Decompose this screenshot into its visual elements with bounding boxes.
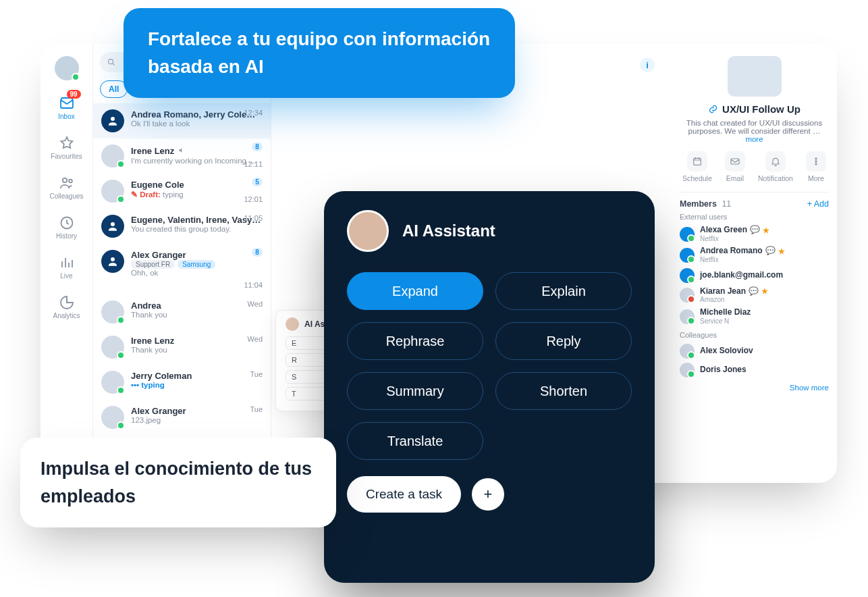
members-label: Members <box>680 199 717 209</box>
nav-label: Live <box>60 272 72 280</box>
conversation-item[interactable]: Alex Granger123.jpegTue <box>93 400 271 435</box>
team-avatar-icon <box>101 215 124 238</box>
star-icon: ★ <box>761 287 768 296</box>
chat-title: UX/UI Follow Up <box>722 103 801 115</box>
member-item[interactable]: Doris Jones <box>680 361 829 380</box>
nav-live[interactable]: Live <box>40 249 92 285</box>
conversation-item[interactable]: Jerry Coleman••• typingTue <box>93 365 271 400</box>
nav-favourites[interactable]: Favourites <box>40 130 92 165</box>
create-task-button[interactable]: Create a task <box>347 476 461 513</box>
nav-analytics[interactable]: Analytics <box>40 289 92 325</box>
team-avatar-icon <box>101 250 124 273</box>
conversation-name: Andrea Romano, Jerry Coleman <box>131 109 263 120</box>
conversation-name: Eugene Cole <box>131 180 184 190</box>
pill-translate[interactable]: Translate <box>347 422 483 460</box>
ai-assistant-card: AI Assistant Expand Explain Rephrase Rep… <box>324 191 655 583</box>
avatar-icon <box>680 363 695 378</box>
nav-inbox[interactable]: 99 Inbox <box>40 90 92 126</box>
conversation-time: 11:05 <box>244 214 263 222</box>
pill-expand[interactable]: Expand <box>347 272 483 310</box>
chat-cover-image <box>728 56 782 97</box>
pill-summary[interactable]: Summary <box>347 372 483 410</box>
member-org: Amazon <box>700 296 768 304</box>
nav-label: History <box>56 232 77 240</box>
svg-point-3 <box>109 59 113 64</box>
add-member[interactable]: + Add <box>807 199 829 209</box>
show-more[interactable]: Show more <box>680 384 829 392</box>
inbox-badge: 99 <box>67 90 81 99</box>
pill-explain[interactable]: Explain <box>495 272 632 310</box>
nav-label: Colleagues <box>49 192 83 200</box>
add-button[interactable]: + <box>472 478 504 511</box>
svg-rect-5 <box>731 159 739 164</box>
svg-point-6 <box>815 158 817 159</box>
action-more[interactable]: More <box>806 151 826 182</box>
conversation-item[interactable]: Andrea Romano, Jerry ColemanOk I'll take… <box>93 103 271 138</box>
avatar-icon <box>680 248 695 263</box>
svg-point-8 <box>815 163 817 165</box>
conversation-item[interactable]: Eugene Cole✎ Draft: typing512:01 <box>93 174 271 209</box>
chat-bubble-icon: 💬 <box>750 226 760 235</box>
conversation-item[interactable]: Alex GrangerSupport FRSamsungOhh, ok811:… <box>93 244 271 294</box>
peek-title: AI As <box>304 319 325 329</box>
avatar-icon <box>101 180 124 203</box>
unread-badge: 5 <box>252 178 263 186</box>
member-item[interactable]: Kiaran Jean💬★Amazon <box>680 285 829 306</box>
avatar-icon <box>680 268 695 283</box>
member-item[interactable]: Alexa Green💬★Netflix <box>680 224 829 244</box>
chat-bubble-icon: 💬 <box>765 246 776 256</box>
conversation-item[interactable]: Eugene, Valentin, Irene, Vasyly, E…You c… <box>93 209 271 244</box>
nav-label: Favourites <box>51 153 82 160</box>
pill-shorten[interactable]: Shorten <box>495 372 632 410</box>
avatar-icon <box>680 344 695 359</box>
callout-headline: Fortalece a tu equipo con información ba… <box>124 8 515 98</box>
link-icon <box>708 104 718 114</box>
conversation-item[interactable]: Irene LenzThank youWed <box>93 330 271 365</box>
conversation-preview: 123.jpeg <box>131 416 263 424</box>
side-nav: 99 Inbox Favourites Colleagues History L… <box>40 44 93 483</box>
conversation-preview: Thank you <box>131 346 263 354</box>
conversation-item[interactable]: AndreaThank youWed <box>93 294 271 330</box>
avatar-icon <box>286 317 299 331</box>
conversation-time: Wed <box>248 335 263 343</box>
chat-description: This chat created for UX/UI discussions … <box>681 119 828 143</box>
avatar-icon <box>101 336 124 359</box>
unread-badge: 8 <box>252 142 263 151</box>
conversation-name: Alex Granger <box>131 250 186 260</box>
conversation-name: Andrea <box>131 301 161 311</box>
muted-icon <box>178 145 186 157</box>
clock-icon <box>59 215 75 231</box>
conversation-name: Alex Granger <box>131 406 186 416</box>
pill-rephrase[interactable]: Rephrase <box>347 322 483 360</box>
member-item[interactable]: joe.blank@gmail.com <box>680 266 829 285</box>
action-notification[interactable]: Notification <box>758 151 793 182</box>
member-item[interactable]: Alex Soloviov <box>680 342 829 361</box>
desc-more[interactable]: more <box>745 135 763 143</box>
conversation-name: Irene Lenz <box>131 146 174 156</box>
colleagues-heading: Colleagues <box>680 331 829 339</box>
member-item[interactable]: Andrea Romano💬★Netflix <box>680 244 829 265</box>
avatar-icon <box>680 227 695 242</box>
avatar-icon <box>680 288 695 303</box>
nav-history[interactable]: History <box>40 209 92 245</box>
svg-point-1 <box>69 180 72 183</box>
me-avatar[interactable] <box>55 56 79 80</box>
search-icon <box>107 57 116 67</box>
nav-colleagues[interactable]: Colleagues <box>40 170 92 205</box>
conversation-time: 12:11 <box>244 160 263 168</box>
pill-reply[interactable]: Reply <box>495 322 632 360</box>
avatar-icon <box>101 406 124 429</box>
member-item[interactable]: Michelle DiazService N <box>680 306 829 327</box>
member-name: Michelle Diaz <box>700 308 751 317</box>
conversation-preview: I'm currently working on Incoming mes… <box>131 157 263 165</box>
assistant-avatar <box>347 210 389 252</box>
conversation-time: Tue <box>250 370 263 378</box>
member-name: joe.blank@gmail.com <box>700 271 783 280</box>
info-icon[interactable]: i <box>640 57 655 72</box>
conversation-item[interactable]: Irene LenzI'm currently working on Incom… <box>93 138 271 174</box>
member-name: Andrea Romano💬★ <box>700 246 785 256</box>
bars-icon <box>59 255 75 271</box>
conversation-preview: Ok I'll take a look <box>131 120 263 128</box>
action-schedule[interactable]: Schedule <box>682 151 712 182</box>
action-email[interactable]: Email <box>725 151 745 182</box>
